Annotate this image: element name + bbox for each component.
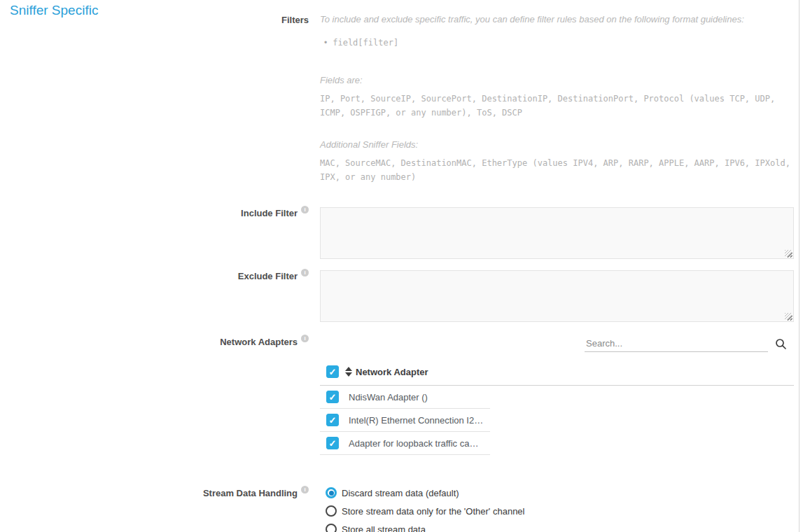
adapter-search-bar [320,336,794,352]
network-adapters-row: Network Adapters Network Ad [0,336,799,455]
info-icon[interactable] [301,206,309,214]
sort-icon[interactable] [345,367,352,377]
adapter-checkbox[interactable] [326,391,339,403]
adapter-search-input[interactable] [585,336,768,352]
filter-format-bullet: • field[filter] [320,36,794,50]
exclude-filter-label-col: Exclude Filter [0,270,313,282]
filters-intro-text: To include and exclude specific traffic,… [320,14,794,25]
adapter-name: Adapter for loopback traffic ca… [349,438,478,449]
panel-right-border [799,0,799,532]
radio-option-discard[interactable]: Discard stream data (default) [326,487,794,498]
filter-format-example: field[filter] [333,36,398,50]
include-filter-input[interactable] [320,207,794,259]
network-adapters-content: Network Adapter NdisWan Adapter () Intel… [313,336,799,455]
search-icon[interactable] [775,338,787,350]
radio-option-store-other[interactable]: Store stream data only for the 'Other' c… [326,505,794,517]
adapter-column-header[interactable]: Network Adapter [356,367,428,377]
adapter-table-header: Network Adapter [320,361,794,386]
adapter-row: Intel(R) Ethernet Connection I2… [320,409,490,432]
filters-label-col: Filters [0,14,313,26]
radio-icon[interactable] [326,505,337,517]
select-all-checkbox[interactable] [326,365,339,378]
filters-label: Filters [281,15,309,26]
exclude-filter-row: Exclude Filter [0,270,799,325]
include-filter-row: Include Filter [0,207,799,262]
include-filter-label-col: Include Filter [0,207,313,219]
adapter-row: Adapter for loopback traffic ca… [320,432,490,455]
info-icon[interactable] [301,335,309,342]
network-adapters-label-col: Network Adapters [0,336,313,348]
sniffer-specific-page: Sniffer Specific Filters To include and … [0,0,803,532]
network-adapters-label: Network Adapters [220,337,298,348]
stream-data-handling-label: Stream Data Handling [203,488,298,499]
adapter-row: NdisWan Adapter () [320,386,490,409]
adapter-name: Intel(R) Ethernet Connection I2… [349,415,483,426]
additional-fields-heading: Additional Sniffer Fields: [320,139,794,150]
adapter-checkbox[interactable] [326,437,339,449]
adapter-name: NdisWan Adapter () [349,392,428,402]
info-icon[interactable] [301,269,309,276]
info-icon[interactable] [301,486,309,493]
fields-list: IP, Port, SourceIP, SourcePort, Destinat… [320,92,794,120]
exclude-filter-content [313,270,799,325]
settings-form: Filters To include and exclude specific … [0,14,799,532]
stream-data-handling-content: Discard stream data (default) Store stre… [313,487,799,532]
filters-content: To include and exclude specific traffic,… [313,14,799,184]
include-filter-label: Include Filter [241,208,298,219]
additional-fields-list: MAC, SourceMAC, DestinationMAC, EtherTyp… [320,156,794,184]
exclude-filter-input[interactable] [320,270,794,322]
radio-label: Store stream data only for the 'Other' c… [342,506,525,517]
bullet-icon: • [324,38,327,48]
exclude-filter-label: Exclude Filter [238,271,298,282]
radio-label: Store all stream data [342,524,426,532]
radio-icon[interactable] [326,524,337,532]
radio-option-store-all[interactable]: Store all stream data [326,524,794,532]
filters-row: Filters To include and exclude specific … [0,14,799,184]
stream-data-handling-row: Stream Data Handling Discard stream data… [0,487,799,532]
adapter-checkbox[interactable] [326,414,339,426]
radio-icon[interactable] [326,487,337,498]
fields-heading: Fields are: [320,75,794,86]
radio-label: Discard stream data (default) [342,488,459,498]
stream-data-handling-label-col: Stream Data Handling [0,487,313,499]
include-filter-content [313,207,799,262]
